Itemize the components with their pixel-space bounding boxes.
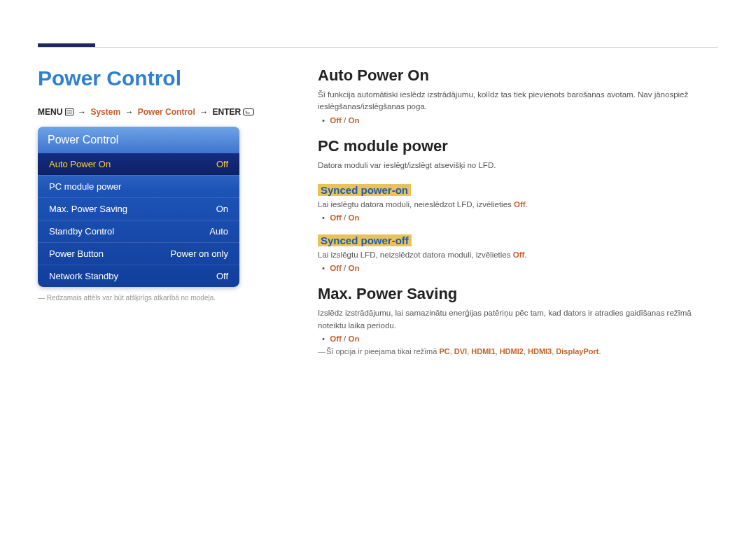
- menu-icon: [65, 108, 74, 115]
- osd-row-standby-control[interactable]: Standby Control Auto: [38, 220, 239, 242]
- option-sep: /: [342, 213, 349, 222]
- text-fragment: Lai izslēgtu LFD, neizslēdzot datora mod…: [318, 251, 513, 259]
- osd-footnote: Redzamais attēls var būt atšķirīgs atkar…: [38, 294, 276, 302]
- breadcrumb-system: System: [90, 107, 120, 117]
- osd-row-max-power-saving[interactable]: Max. Power Saving On: [38, 197, 239, 220]
- options-synced-power-on: Off / On: [318, 213, 718, 222]
- mode-dvi: DVI: [454, 347, 467, 356]
- option-off: Off: [330, 264, 342, 272]
- mode-hdmi1: HDMI1: [471, 347, 495, 356]
- heading-pc-module-power: PC module power: [318, 137, 718, 155]
- option-off: Off: [330, 335, 342, 343]
- inline-off-word: Off: [514, 200, 526, 209]
- option-line: Off / On: [330, 264, 718, 272]
- breadcrumb-sep: →: [200, 107, 208, 117]
- right-column: Auto Power On Šī funkcija automātiski ie…: [276, 66, 718, 356]
- option-off: Off: [330, 116, 342, 125]
- breadcrumb-sep: →: [125, 107, 133, 117]
- option-sep: /: [342, 264, 349, 272]
- header-rule: [38, 47, 718, 48]
- text-pc-module-power: Datora moduli var ieslēgt/izslēgt atsevi…: [318, 160, 718, 171]
- option-line: Off / On: [330, 335, 718, 343]
- osd-row-value: Power on only: [171, 248, 228, 259]
- breadcrumb-enter-label: ENTER: [212, 107, 241, 117]
- osd-row-label: Network Standby: [49, 271, 118, 281]
- osd-row-auto-power-on[interactable]: Auto Power On Off: [38, 153, 239, 175]
- option-off: Off: [330, 213, 342, 222]
- text-auto-power-on: Šī funkcija automātiski ieslēdz izstrādā…: [318, 89, 718, 113]
- text-fragment: Lai ieslēgtu datora moduli, neieslēdzot …: [318, 200, 514, 209]
- osd-row-value: On: [216, 204, 228, 214]
- footnote-pre: Šī opcija ir pieejama tikai režīmā: [326, 347, 439, 356]
- mode-displayport: DisplayPort: [556, 347, 598, 356]
- text-synced-power-off: Lai izslēgtu LFD, neizslēdzot datora mod…: [318, 249, 718, 261]
- option-on: On: [348, 213, 359, 222]
- footnote-max-power-saving: Šī opcija ir pieejama tikai režīmā PC, D…: [318, 347, 718, 356]
- text-fragment: .: [526, 200, 528, 209]
- osd-header: Power Control: [38, 127, 239, 153]
- text-synced-power-on: Lai ieslēgtu datora moduli, neieslēdzot …: [318, 199, 718, 211]
- heading-auto-power-on: Auto Power On: [318, 66, 718, 85]
- text-fragment: .: [524, 251, 526, 259]
- osd-panel: Power Control Auto Power On Off PC modul…: [38, 127, 239, 287]
- option-on: On: [348, 335, 359, 343]
- enter-icon: [243, 108, 254, 115]
- subheading-synced-power-off: Synced power-off: [318, 234, 412, 246]
- mode-hdmi3: HDMI3: [528, 347, 552, 356]
- option-on: On: [348, 116, 359, 125]
- heading-max-power-saving: Max. Power Saving: [318, 285, 718, 303]
- osd-row-pc-module-power[interactable]: PC module power: [38, 175, 239, 197]
- osd-row-label: Power Button: [49, 248, 104, 259]
- breadcrumb: MENU → System → Power Control → ENTER: [38, 107, 276, 117]
- option-line: Off / On: [330, 213, 718, 222]
- breadcrumb-menu-label: MENU: [38, 107, 62, 117]
- mode-hdmi2: HDMI2: [500, 347, 524, 356]
- left-column: Power Control MENU → System → Power Cont…: [38, 66, 276, 302]
- osd-row-label: Standby Control: [49, 226, 114, 237]
- text-max-power-saving: Izslēdz izstrādājumu, lai samazinātu ene…: [318, 307, 718, 332]
- osd-row-label: PC module power: [49, 181, 121, 192]
- option-sep: /: [342, 116, 349, 125]
- options-synced-power-off: Off / On: [318, 264, 718, 272]
- option-sep: /: [342, 335, 349, 343]
- osd-row-label: Auto Power On: [49, 159, 111, 169]
- inline-off-word: Off: [513, 251, 525, 259]
- osd-row-value: Auto: [209, 226, 228, 237]
- options-max-power-saving: Off / On: [318, 335, 718, 343]
- osd-row-network-standby[interactable]: Network Standby Off: [38, 265, 239, 287]
- option-on: On: [348, 264, 359, 272]
- subheading-synced-power-on: Synced power-on: [318, 184, 411, 196]
- mode-pc: PC: [439, 347, 449, 356]
- footnote-post: .: [599, 347, 601, 356]
- page-content: Power Control MENU → System → Power Cont…: [38, 66, 718, 356]
- osd-row-value: Off: [216, 159, 228, 169]
- option-line: Off / On: [330, 116, 718, 125]
- osd-row-value: Off: [216, 271, 228, 281]
- options-auto-power-on: Off / On: [318, 116, 718, 125]
- osd-row-label: Max. Power Saving: [49, 204, 127, 214]
- breadcrumb-power-control: Power Control: [138, 107, 195, 117]
- breadcrumb-sep: →: [78, 107, 86, 117]
- osd-row-power-button[interactable]: Power Button Power on only: [38, 242, 239, 265]
- page-title: Power Control: [38, 66, 276, 90]
